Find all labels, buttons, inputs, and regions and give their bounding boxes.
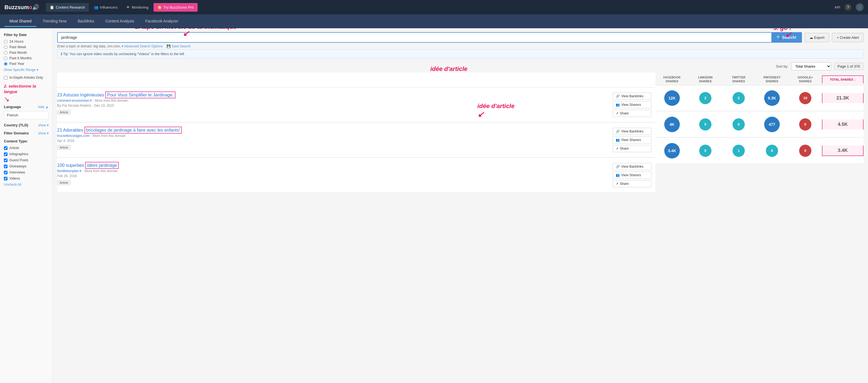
ct-guest-posts[interactable]: Guest Posts [4, 158, 49, 162]
linkedin-header: LINKEDINSHARES [689, 75, 722, 83]
language-value-box[interactable]: French [4, 111, 49, 119]
share-btn-2[interactable]: ↗ Share [613, 145, 651, 152]
view-backlinks-btn-2[interactable]: 🔗 View Backlinks [613, 128, 651, 135]
sharers-icon-3: 👥 [616, 173, 620, 177]
show-country-link[interactable]: show ▾ [38, 123, 49, 127]
tab-facebook-analyzer[interactable]: Facebook Analyzer [140, 16, 183, 27]
linkedin-share-1: 2 [689, 92, 722, 104]
search-input-wrap: 🔍 Search! [57, 32, 802, 43]
nav-pro[interactable]: ⭐ Try BuzzSumo Pro [154, 3, 198, 12]
radio-24h[interactable]: 24 Hours [4, 40, 49, 43]
ct-giveaways[interactable]: Giveaways [4, 164, 49, 168]
tip-box: ℹ Tip: You can ignore video results by u… [57, 49, 864, 59]
radio-past-month[interactable]: Past Month [4, 51, 49, 55]
ct-infographics[interactable]: Infographics [4, 152, 49, 156]
facebook-header: FACEBOOKSHARES [655, 75, 689, 83]
pinterest-circle-3: 6 [766, 145, 778, 157]
filter-domains-label-row: Filter Domains show ▾ [4, 131, 49, 135]
linkedin-circle-2: 0 [699, 118, 711, 131]
top-nav-items: 📋 Content Research 👥 Influencers 👁 Monit… [46, 3, 834, 12]
share-row-3: 3.4K 0 1 6 [655, 138, 864, 164]
share-btn-1[interactable]: ↗ Share [613, 110, 651, 117]
article-date-1: By Par Nicolas-frédéric - Dec 19, 2015 [57, 104, 610, 107]
share-row-1: 12K 2 2 9.3K [655, 85, 864, 111]
facebook-share-2: 4K [655, 117, 689, 132]
filter-domains-label: Filter Domains [4, 131, 29, 135]
google-circle-3: 0 [799, 145, 811, 157]
facebook-circle-3: 3.4K [664, 143, 680, 159]
article-title-1[interactable]: 23 Astuces Ingénieuses Pour Vous Simplif… [57, 93, 610, 98]
sort-select[interactable]: Total Shares Facebook Shares LinkedIn Sh… [791, 62, 831, 70]
in-depth-checkbox[interactable]: In-Depth Articles Only [4, 76, 49, 79]
twitter-share-1: 2 [722, 92, 755, 104]
content-area: 🔍 Search! ☁ Export + Create Alert 1. tap… [53, 28, 868, 383]
article-meta-2: trucsetbricolages.com - More from this d… [57, 134, 610, 138]
article-info-3: 100 superbes idées jardinage famillebonp… [57, 163, 610, 185]
share-icon: ↗ [616, 111, 618, 115]
ct-interviews[interactable]: Interviews [4, 170, 49, 174]
share-btn-3[interactable]: ↗ Share [613, 180, 651, 187]
show-range-link[interactable]: Show Specific Range ▾ [4, 68, 49, 72]
help-icon[interactable]: ? [845, 4, 851, 10]
linkedin-share-3: 0 [689, 145, 722, 157]
pinterest-share-3: 6 [755, 145, 788, 157]
sort-row: Sort by: Total Shares Facebook Shares Li… [57, 62, 864, 70]
ct-videos[interactable]: Videos [4, 177, 49, 180]
annotation-3-text: 3. go ! [773, 28, 792, 31]
view-sharers-btn-2[interactable]: 👥 View Sharers [613, 136, 651, 144]
view-backlinks-btn-1[interactable]: 🔗 View Backlinks [613, 93, 651, 100]
country-label-row: Country (TLD) show ▾ [4, 123, 49, 127]
api-link[interactable]: API [834, 5, 840, 9]
nav-monitoring[interactable]: 👁 Monitoring [122, 3, 152, 12]
top-nav: Buzzsumo🔊 📋 Content Research 👥 Influence… [0, 0, 868, 14]
radio-past-year[interactable]: Past Year [4, 62, 49, 66]
article-title-row-2: 21 Adorables bricolages de jardinage à f… [57, 128, 610, 133]
share-row-2: 4K 0 0 477 [655, 112, 864, 137]
google-share-2: 0 [788, 118, 822, 131]
article-actions-1: 🔗 View Backlinks 👥 View Sharers ↗ Share [613, 93, 651, 117]
pinterest-header: PINTERESTSHARES [755, 75, 788, 83]
tab-trending-now[interactable]: Trending Now [37, 16, 72, 27]
monitoring-icon: 👁 [126, 5, 130, 9]
shares-col: FACEBOOKSHARES LINKEDINSHARES TWITTERSHA… [655, 73, 864, 193]
main-layout: Filter by Date 24 Hours Past Week Past M… [0, 28, 868, 383]
article-title-3[interactable]: 100 superbes idées jardinage [57, 163, 610, 168]
sharers-icon-2: 👥 [616, 138, 620, 142]
view-backlinks-btn-3[interactable]: 🔗 View Backlinks [613, 163, 651, 170]
table-row: 100 superbes idées jardinage famillebonp… [57, 158, 655, 193]
tab-most-shared[interactable]: Most Shared [4, 16, 36, 27]
tab-content-analysis[interactable]: Content Analysis [100, 16, 139, 27]
uncheck-all-link[interactable]: Uncheck All [4, 183, 49, 186]
search-button[interactable]: 🔍 Search! [771, 33, 801, 42]
info-icon: ℹ [61, 52, 62, 56]
view-sharers-btn-1[interactable]: 👥 View Sharers [613, 101, 651, 108]
nav-content-research[interactable]: 📋 Content Research [46, 3, 89, 12]
create-alert-button[interactable]: + Create Alert [832, 33, 864, 42]
annotation-1-text: 1. tape un mot clé de ta thématique [135, 28, 237, 31]
search-hint: Enter a topic or domain: big data, cnn.c… [57, 44, 864, 48]
search-input[interactable] [58, 33, 771, 42]
radio-past-6months[interactable]: Past 6 Months [4, 56, 49, 60]
linkedin-circle-3: 0 [699, 145, 711, 157]
user-avatar[interactable]: 👤 [856, 3, 864, 11]
export-button[interactable]: ☁ Export [805, 33, 829, 42]
sidebar: Filter by Date 24 Hours Past Week Past M… [0, 28, 53, 383]
ct-article[interactable]: Article [4, 146, 49, 150]
save-search-link[interactable]: 💾 Save Search [166, 44, 191, 48]
date-filter-group: 24 Hours Past Week Past Month Past 6 Mon… [4, 40, 49, 66]
hide-language-link[interactable]: hide ▲ [38, 105, 49, 109]
chevron-down-icon: ▾ [37, 68, 38, 72]
google-circle-1: 10 [799, 92, 811, 104]
country-label: Country (TLD) [4, 123, 28, 127]
content-type-title: Content Type: [4, 139, 49, 143]
advanced-search-link[interactable]: ▾ Advanced Search Options [122, 44, 163, 48]
view-sharers-btn-3[interactable]: 👥 View Sharers [613, 172, 651, 179]
facebook-circle-1: 12K [664, 90, 680, 106]
article-title-2[interactable]: 21 Adorables bricolages de jardinage à f… [57, 128, 610, 133]
article-date-3: Feb 26, 2016 [57, 174, 610, 178]
filter-date-section: Filter by Date 24 Hours Past Week Past M… [4, 33, 49, 72]
radio-past-week[interactable]: Past Week [4, 45, 49, 49]
tab-backlinks[interactable]: Backlinks [73, 16, 99, 27]
nav-influencers[interactable]: 👥 Influencers [90, 3, 122, 12]
show-domains-link[interactable]: show ▾ [38, 131, 49, 135]
